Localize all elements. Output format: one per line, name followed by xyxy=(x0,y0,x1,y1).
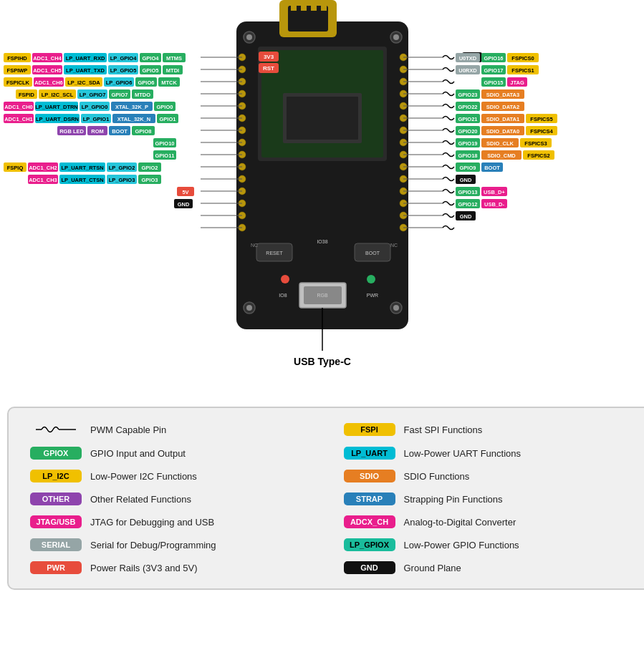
svg-point-257 xyxy=(281,275,289,283)
legend-item-strap: STRAP Strapping Pin Functions xyxy=(344,493,629,505)
svg-text:USB_D-: USB_D- xyxy=(484,201,504,208)
legend-adcx-ch-label: Analog-to-Digital Converter xyxy=(404,517,516,528)
svg-text:GPIO10: GPIO10 xyxy=(155,140,174,147)
legend-gnd-label: Ground Plane xyxy=(404,563,461,573)
svg-text:GPIO21: GPIO21 xyxy=(458,116,477,122)
board-svg: USB Type-C xyxy=(0,0,644,401)
svg-text:GND: GND xyxy=(460,177,472,183)
legend-serial-label: Serial for Debug/Programming xyxy=(90,540,216,550)
svg-text:U0RXD: U0RXD xyxy=(458,67,477,74)
svg-text:LP_UART_RXD: LP_UART_RXD xyxy=(66,55,105,62)
legend-item-gpiox: GPIOX GPIO Input and Output xyxy=(30,447,315,460)
svg-text:LP_GPIO3: LP_GPIO3 xyxy=(109,177,135,183)
svg-text:SDIO_DATA0: SDIO_DATA0 xyxy=(486,128,519,135)
svg-text:LP_UART_RTSN: LP_UART_RTSN xyxy=(61,165,103,171)
svg-point-12 xyxy=(246,305,252,311)
svg-rect-6 xyxy=(321,2,327,11)
svg-text:ADC1_CH2: ADC1_CH2 xyxy=(29,165,57,171)
svg-text:SDIO_DATA2: SDIO_DATA2 xyxy=(486,104,519,110)
svg-text:ROM: ROM xyxy=(91,128,104,135)
legend-item-adcx-ch: ADCX_CH Analog-to-Digital Converter xyxy=(344,515,629,528)
svg-text:MTDI: MTDI xyxy=(166,67,179,74)
svg-text:LP_GPIO2: LP_GPIO2 xyxy=(109,165,135,171)
legend-other-badge: OTHER xyxy=(30,493,82,505)
svg-text:GPIO6: GPIO6 xyxy=(138,79,155,86)
svg-text:GPIO7: GPIO7 xyxy=(112,92,128,98)
legend-pwr-label: Power Rails (3V3 and 5V) xyxy=(90,563,198,573)
svg-text:GPIO4: GPIO4 xyxy=(143,55,160,62)
svg-text:LP_UART_DSRN: LP_UART_DSRN xyxy=(36,116,79,122)
svg-text:GPIO16: GPIO16 xyxy=(484,55,503,62)
svg-text:LP_GPIO0: LP_GPIO0 xyxy=(82,104,108,110)
svg-text:3V3: 3V3 xyxy=(264,54,274,60)
svg-text:GPIO0: GPIO0 xyxy=(157,104,173,110)
svg-text:GPIO18: GPIO18 xyxy=(458,152,477,159)
svg-text:GND: GND xyxy=(460,213,472,220)
svg-text:BOOT: BOOT xyxy=(112,128,128,135)
legend-lp-gpiox-badge: LP_GPIOX xyxy=(344,538,395,551)
svg-text:GPIO9: GPIO9 xyxy=(460,165,476,171)
legend-item-pwr: PWR Power Rails (3V3 and 5V) xyxy=(30,561,315,574)
svg-text:GPIO17: GPIO17 xyxy=(484,67,503,74)
svg-text:FSPIHD: FSPIHD xyxy=(7,55,27,62)
svg-text:FSPICS0: FSPICS0 xyxy=(511,55,534,62)
svg-text:GPIO1: GPIO1 xyxy=(160,116,176,122)
svg-text:GPIO2: GPIO2 xyxy=(142,165,158,171)
svg-text:LP_I2C_SDA: LP_I2C_SDA xyxy=(67,79,100,86)
legend-jtag-usb-label: JTAG for Debugging and USB xyxy=(90,517,214,528)
svg-text:SDIO_DATA3: SDIO_DATA3 xyxy=(486,92,519,98)
legend-lp-gpiox-label: Low-Power GPIO Functions xyxy=(404,540,519,550)
svg-text:LP_GPIO4: LP_GPIO4 xyxy=(110,55,138,62)
svg-text:GPIO19: GPIO19 xyxy=(458,140,477,147)
legend-fspi-badge: FSPI xyxy=(344,423,395,436)
svg-text:ADC1_CH1: ADC1_CH1 xyxy=(4,116,33,122)
svg-text:FSPICS4: FSPICS4 xyxy=(530,128,553,135)
svg-point-260 xyxy=(367,275,375,283)
svg-text:ADC1_CH0: ADC1_CH0 xyxy=(4,104,33,110)
svg-text:BOOT: BOOT xyxy=(484,165,500,171)
svg-text:GPIO22: GPIO22 xyxy=(458,104,477,110)
legend-gpiox-badge: GPIOX xyxy=(30,447,82,460)
svg-text:GPIO3: GPIO3 xyxy=(142,177,158,183)
svg-rect-4 xyxy=(301,2,307,11)
svg-text:RGB: RGB xyxy=(317,293,328,298)
svg-text:FSPIQ: FSPIQ xyxy=(7,165,24,171)
svg-text:GPIO11: GPIO11 xyxy=(155,152,174,159)
svg-text:SDIO_CLK: SDIO_CLK xyxy=(486,140,514,147)
svg-text:BOOT: BOOT xyxy=(365,251,380,256)
pwm-symbol xyxy=(30,422,82,437)
svg-text:FSPICS1: FSPICS1 xyxy=(511,67,534,74)
legend-item-lp-i2c: LP_I2C Low-Power I2C Functions xyxy=(30,470,315,482)
svg-point-8 xyxy=(246,34,252,40)
svg-text:PWR: PWR xyxy=(367,293,378,298)
svg-text:GPIO20: GPIO20 xyxy=(458,128,477,135)
legend-gnd-badge: GND xyxy=(344,561,395,574)
svg-text:LP_UART_DTRN: LP_UART_DTRN xyxy=(35,104,78,110)
svg-rect-18 xyxy=(287,97,358,140)
svg-text:USB_D+: USB_D+ xyxy=(484,189,505,195)
svg-text:RST: RST xyxy=(263,65,274,72)
svg-point-10 xyxy=(393,34,399,40)
svg-text:SDIO_DATA1: SDIO_DATA1 xyxy=(486,116,519,122)
svg-text:ADC1_CH6: ADC1_CH6 xyxy=(34,79,63,86)
svg-text:U0TXD: U0TXD xyxy=(459,55,477,62)
svg-text:GPIO23: GPIO23 xyxy=(458,92,477,98)
legend-item-lp-gpiox: LP_GPIOX Low-Power GPIO Functions xyxy=(344,538,629,551)
legend-lp-uart-badge: LP_UART xyxy=(344,447,395,460)
legend-item-gnd: GND Ground Plane xyxy=(344,561,629,574)
svg-text:5V: 5V xyxy=(182,189,188,195)
legend-pwm-label: PWM Capable Pin xyxy=(90,424,166,435)
svg-text:XTAL_32K_N: XTAL_32K_N xyxy=(117,116,151,122)
svg-text:NC: NC xyxy=(251,243,258,248)
svg-text:LP_UART_TXD: LP_UART_TXD xyxy=(66,67,105,74)
legend-item-sdio: SDIO SDIO Functions xyxy=(344,470,629,482)
legend-jtag-usb-badge: JTAG/USB xyxy=(30,515,82,528)
legend-item-pwm: PWM Capable Pin xyxy=(30,422,315,437)
svg-text:GPIO12: GPIO12 xyxy=(458,201,477,208)
svg-text:GND: GND xyxy=(178,201,190,208)
svg-rect-5 xyxy=(311,2,317,11)
legend-fspi-label: Fast SPI Functions xyxy=(404,424,483,435)
legend-strap-label: Strapping Pin Functions xyxy=(404,494,503,505)
svg-text:FSPICS2: FSPICS2 xyxy=(527,152,549,159)
legend-lp-uart-label: Low-Power UART Functions xyxy=(404,448,522,459)
